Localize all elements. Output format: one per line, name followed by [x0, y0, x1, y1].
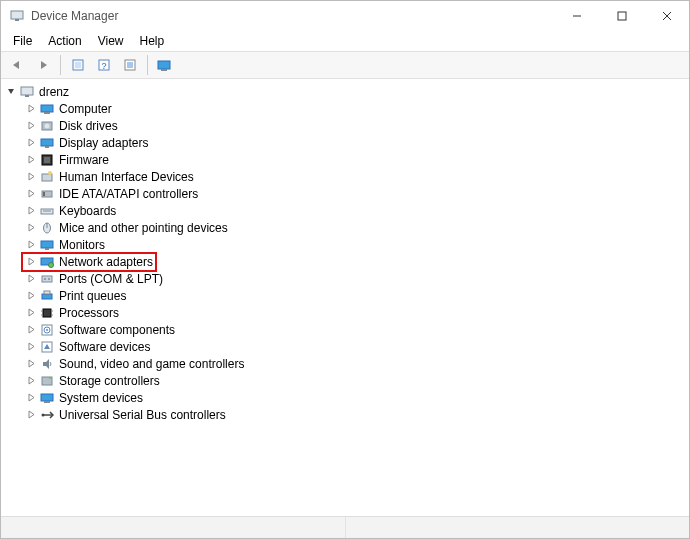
svg-point-21: [45, 123, 50, 128]
expand-icon[interactable]: [25, 290, 37, 302]
svg-rect-1: [15, 19, 19, 21]
tree-item[interactable]: Monitors: [3, 236, 687, 253]
svg-point-50: [46, 329, 48, 331]
tree-item-label: System devices: [59, 391, 143, 405]
expand-icon[interactable]: [25, 375, 37, 387]
expand-icon[interactable]: [25, 324, 37, 336]
tree-item-label: Print queues: [59, 289, 126, 303]
svg-rect-29: [43, 192, 45, 196]
tree-item[interactable]: Display adapters: [3, 134, 687, 151]
collapse-icon[interactable]: [5, 86, 17, 98]
tree-item[interactable]: Sound, video and game controllers: [3, 355, 687, 372]
tree-item[interactable]: Processors: [3, 304, 687, 321]
svg-point-27: [48, 171, 52, 175]
toolbar-separator: [60, 55, 61, 75]
tree-item[interactable]: Software devices: [3, 338, 687, 355]
svg-rect-35: [45, 248, 49, 250]
disk-icon: [39, 118, 55, 134]
storage-icon: [39, 373, 55, 389]
menu-help[interactable]: Help: [132, 33, 173, 49]
sound-icon: [39, 356, 55, 372]
minimize-button[interactable]: [554, 1, 599, 31]
tree-item[interactable]: Mice and other pointing devices: [3, 219, 687, 236]
svg-rect-38: [42, 276, 52, 282]
scan-button[interactable]: [153, 54, 177, 76]
expand-icon[interactable]: [25, 171, 37, 183]
tree-item-label: Disk drives: [59, 119, 118, 133]
tree-item[interactable]: Disk drives: [3, 117, 687, 134]
svg-rect-17: [25, 95, 29, 97]
tree-item-label: Network adapters: [59, 255, 153, 269]
expand-icon[interactable]: [25, 137, 37, 149]
expand-icon[interactable]: [25, 273, 37, 285]
expand-icon[interactable]: [25, 103, 37, 115]
status-cell: [1, 517, 346, 538]
svg-rect-16: [21, 87, 33, 95]
mouse-icon: [39, 220, 55, 236]
expand-icon[interactable]: [25, 256, 37, 268]
menu-action[interactable]: Action: [40, 33, 89, 49]
svg-rect-55: [44, 401, 50, 403]
close-button[interactable]: [644, 1, 689, 31]
maximize-button[interactable]: [599, 1, 644, 31]
display-icon: [39, 135, 55, 151]
svg-rect-14: [158, 61, 170, 69]
computer-icon: [39, 101, 55, 117]
cpu-icon: [39, 305, 55, 321]
svg-rect-25: [44, 157, 50, 163]
network-icon: [39, 254, 55, 270]
tree-item[interactable]: Software components: [3, 321, 687, 338]
svg-rect-43: [43, 309, 51, 317]
svg-rect-54: [41, 394, 53, 401]
device-tree[interactable]: drenz ComputerDisk drivesDisplay adapter…: [1, 79, 689, 516]
tree-item-label: Ports (COM & LPT): [59, 272, 163, 286]
software-dev-icon: [39, 339, 55, 355]
forward-button[interactable]: [31, 54, 55, 76]
monitor-icon: [39, 237, 55, 253]
tree-item-label: Mice and other pointing devices: [59, 221, 228, 235]
software-comp-icon: [39, 322, 55, 338]
svg-rect-22: [41, 139, 53, 146]
tree-item[interactable]: Keyboards: [3, 202, 687, 219]
tree-item[interactable]: Storage controllers: [3, 372, 687, 389]
tree-root[interactable]: drenz: [3, 83, 687, 100]
tree-item[interactable]: IDE ATA/ATAPI controllers: [3, 185, 687, 202]
expand-icon[interactable]: [25, 120, 37, 132]
hid-icon: [39, 169, 55, 185]
tree-item[interactable]: Ports (COM & LPT): [3, 270, 687, 287]
firmware-icon: [39, 152, 55, 168]
expand-icon[interactable]: [25, 188, 37, 200]
expand-icon[interactable]: [25, 409, 37, 421]
expand-icon[interactable]: [25, 205, 37, 217]
tree-item[interactable]: Firmware: [3, 151, 687, 168]
expand-icon[interactable]: [25, 358, 37, 370]
expand-icon[interactable]: [25, 392, 37, 404]
properties-button[interactable]: [118, 54, 142, 76]
help-button[interactable]: ?: [92, 54, 116, 76]
expand-icon[interactable]: [25, 341, 37, 353]
tree-item[interactable]: Universal Serial Bus controllers: [3, 406, 687, 423]
tree-item[interactable]: System devices: [3, 389, 687, 406]
show-hidden-button[interactable]: [66, 54, 90, 76]
expand-icon[interactable]: [25, 154, 37, 166]
svg-rect-42: [44, 291, 50, 294]
tree-item[interactable]: Computer: [3, 100, 687, 117]
menubar: File Action View Help: [1, 31, 689, 51]
toolbar: ?: [1, 51, 689, 79]
keyboard-icon: [39, 203, 55, 219]
expand-icon[interactable]: [25, 307, 37, 319]
tree-item[interactable]: Print queues: [3, 287, 687, 304]
menu-view[interactable]: View: [90, 33, 132, 49]
expand-icon[interactable]: [25, 222, 37, 234]
expand-icon[interactable]: [25, 239, 37, 251]
tree-item-label: Monitors: [59, 238, 105, 252]
titlebar: Device Manager: [1, 1, 689, 31]
svg-rect-34: [41, 241, 53, 248]
tree-item[interactable]: Network adapters: [3, 253, 687, 270]
back-button[interactable]: [5, 54, 29, 76]
menu-file[interactable]: File: [5, 33, 40, 49]
svg-rect-23: [45, 146, 49, 148]
tree-item-label: Processors: [59, 306, 119, 320]
tree-item[interactable]: Human Interface Devices: [3, 168, 687, 185]
computer-root-icon: [19, 84, 35, 100]
